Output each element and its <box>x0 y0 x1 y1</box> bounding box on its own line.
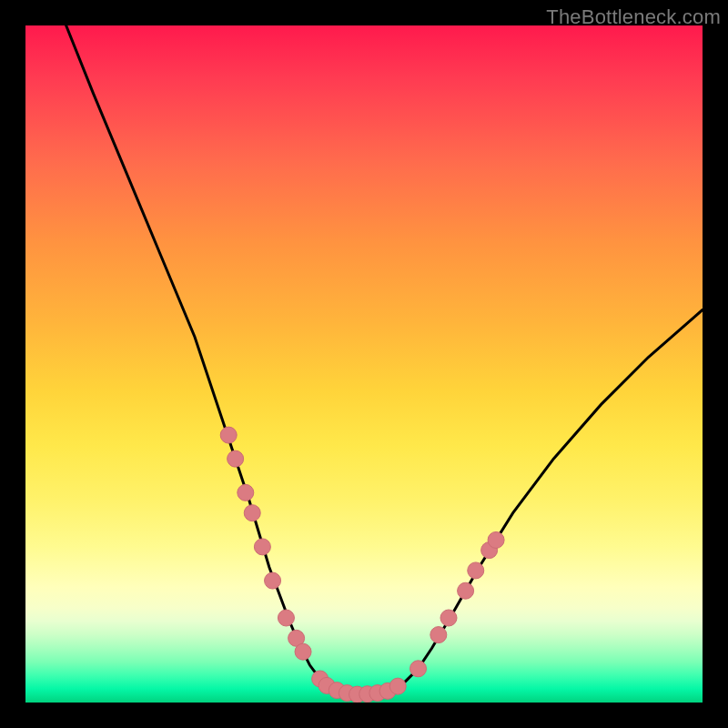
curve-marker <box>440 610 457 626</box>
curve-marker <box>458 582 474 599</box>
curve-marker <box>254 539 270 555</box>
curve-marker <box>295 643 311 660</box>
curve-marker <box>468 562 484 579</box>
curve-marker <box>220 427 237 443</box>
curve-marker <box>265 572 281 589</box>
curve-marker <box>488 531 504 548</box>
bottleneck-curve <box>66 25 703 694</box>
curve-marker <box>430 627 447 643</box>
curve-marker <box>228 450 244 467</box>
bottleneck-curve-svg <box>25 25 703 703</box>
plot-area <box>25 25 703 703</box>
chart-frame: TheBottleneck.com <box>0 0 728 728</box>
marker-group <box>220 427 504 703</box>
curve-marker <box>238 484 254 500</box>
curve-marker <box>389 678 406 694</box>
curve-marker <box>410 661 427 677</box>
curve-marker <box>244 505 260 521</box>
curve-marker <box>278 610 294 626</box>
